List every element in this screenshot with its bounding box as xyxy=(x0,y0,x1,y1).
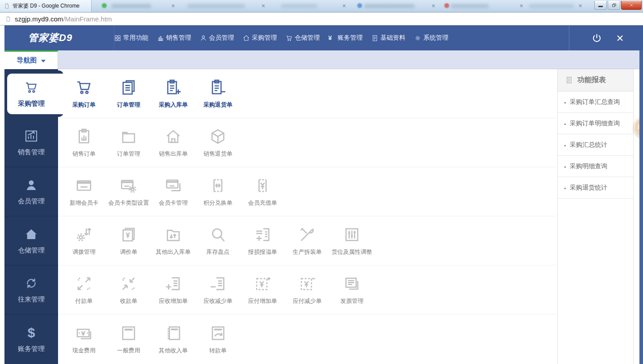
main-nav: 常用功能销售管理会员管理采购管理仓储管理¥账务管理基础资料系统管理 xyxy=(114,34,448,42)
module-item[interactable]: 调价单 xyxy=(106,216,151,265)
module-item[interactable]: 其他出入库单 xyxy=(151,216,196,265)
window-controls xyxy=(593,1,642,10)
sidebar-item[interactable]: 会员管理 xyxy=(4,167,58,216)
doc-icon xyxy=(371,34,379,42)
page-icon xyxy=(4,3,10,9)
nav-item[interactable]: 系统管理 xyxy=(414,34,448,42)
sidebar-item[interactable]: $账务管理 xyxy=(4,314,58,364)
nav-item-label: 账务管理 xyxy=(338,34,363,42)
nav-item-label: 系统管理 xyxy=(423,34,448,42)
module-item[interactable]: 销售订单 xyxy=(62,118,106,167)
restore-button[interactable] xyxy=(608,1,620,10)
module-item[interactable]: 积分兑换单 xyxy=(196,167,240,216)
header-divider xyxy=(114,25,114,50)
folder-arrows-icon xyxy=(164,225,183,244)
header-actions xyxy=(591,25,624,50)
module-row: 新增会员卡会员卡类型设置会员卡管理积分兑换单会员充值单 xyxy=(58,167,556,216)
url-bar[interactable]: szgjp.myd9.com/MainFrame.htm xyxy=(0,12,643,25)
module-item-label: 付款单 xyxy=(75,297,93,305)
nav-item[interactable]: 常用功能 xyxy=(114,34,148,42)
module-item[interactable]: 付款单 xyxy=(62,265,106,314)
module-item-label: 新增会员卡 xyxy=(70,199,99,207)
chart-frame-icon xyxy=(24,128,39,144)
minimize-icon xyxy=(598,6,603,7)
module-item-label: 货位及属性调整 xyxy=(332,248,372,256)
report-item[interactable]: 采购汇总统计 xyxy=(558,134,633,156)
nav-item[interactable]: 采购管理 xyxy=(242,34,277,42)
nav-item[interactable]: ¥账务管理 xyxy=(328,34,363,42)
background-tab-dot-red xyxy=(444,3,449,8)
module-item-label: 销售订单 xyxy=(72,150,96,158)
report-item[interactable]: 采购退货统计 xyxy=(558,177,633,199)
module-item[interactable]: 采购订单 xyxy=(62,69,106,118)
module-item[interactable]: 调拨管理 xyxy=(62,216,106,265)
module-item[interactable]: 其他收入单 xyxy=(151,314,196,364)
module-item[interactable]: 库存盘点 xyxy=(196,216,240,265)
doc-plus-icon xyxy=(164,274,183,293)
grid-icon xyxy=(114,34,121,42)
module-item[interactable]: 现金费用 xyxy=(62,314,106,364)
cards-icon xyxy=(164,176,183,195)
close-button[interactable] xyxy=(621,1,642,10)
cart-icon xyxy=(285,34,293,42)
module-row: 付款单收款单应收增加单应收减少单应付增加单应付减少单发票管理 xyxy=(58,265,556,314)
module-item[interactable]: 采购退货单 xyxy=(196,69,240,118)
module-item[interactable]: 报损报溢单 xyxy=(240,216,285,265)
module-item[interactable]: 订单管理 xyxy=(106,69,151,118)
doc-yen-icon xyxy=(119,225,138,244)
module-item-label: 转款单 xyxy=(209,347,227,355)
module-item[interactable]: 一般费用 xyxy=(106,314,151,364)
doc-minus-icon xyxy=(209,274,227,293)
module-item[interactable]: 会员卡管理 xyxy=(151,167,196,216)
module-item[interactable]: 发票管理 xyxy=(330,265,374,314)
module-item[interactable]: 应收增加单 xyxy=(151,265,196,314)
module-item[interactable]: 订单管理 xyxy=(106,118,151,167)
module-item-label: 现金费用 xyxy=(72,347,96,355)
search-icon xyxy=(209,225,227,244)
sidebar-item[interactable]: 销售管理 xyxy=(4,118,58,167)
module-row: 调拨管理调价单其他出入库单库存盘点报损报溢单生产拆装单货位及属性调整 xyxy=(58,216,556,265)
module-item[interactable]: 销售退货单 xyxy=(196,118,240,167)
module-item[interactable]: 会员卡类型设置 xyxy=(106,167,151,216)
sidebar-item[interactable]: 往来管理 xyxy=(4,265,58,314)
report-item[interactable]: 采购订单明细查询 xyxy=(558,113,633,134)
report-item[interactable]: 采购明细查询 xyxy=(558,156,633,177)
sidebar-item-label: 账务管理 xyxy=(18,345,45,353)
module-item[interactable]: 收款单 xyxy=(106,265,151,314)
yen-text-icon: ¥ xyxy=(328,34,336,42)
report-item[interactable]: 采购订单汇总查询 xyxy=(558,91,633,113)
nav-item[interactable]: 基础资料 xyxy=(371,34,405,42)
person-icon xyxy=(200,34,207,42)
left-sidebar: 采购管理销售管理会员管理仓储管理往来管理$账务管理 xyxy=(4,69,58,364)
header-close-button[interactable] xyxy=(616,34,624,42)
nav-item-label: 采购管理 xyxy=(252,34,277,42)
gear-arrows-icon xyxy=(75,225,93,244)
app-header: 管家婆D9 常用功能销售管理会员管理采购管理仓储管理¥账务管理基础资料系统管理 xyxy=(4,25,643,50)
nav-item[interactable]: 会员管理 xyxy=(200,34,234,42)
tab-navigation-map[interactable]: 导航图 xyxy=(4,50,58,69)
module-item-label: 会员卡类型设置 xyxy=(109,199,149,207)
app-body: 采购管理销售管理会员管理仓储管理往来管理$账务管理 采购订单订单管理采购入库单采… xyxy=(4,69,643,364)
window-title: 管家婆 D9 - Google Chrome xyxy=(13,2,79,10)
power-button[interactable] xyxy=(591,33,602,44)
module-item-label: 积分兑换单 xyxy=(204,199,233,207)
nav-item[interactable]: 销售管理 xyxy=(157,34,191,42)
module-item[interactable]: 会员充值单 xyxy=(240,167,285,216)
module-item[interactable]: 应付减少单 xyxy=(285,265,330,314)
module-item[interactable]: 应收减少单 xyxy=(196,265,240,314)
module-item[interactable]: 销售出库单 xyxy=(151,118,196,167)
sidebar-item[interactable]: 仓储管理 xyxy=(4,216,58,265)
url-text: szgjp.myd9.com/MainFrame.htm xyxy=(15,15,112,23)
nav-item-label: 常用功能 xyxy=(123,34,148,42)
module-item[interactable]: 转款单 xyxy=(196,314,240,364)
nav-item[interactable]: 仓储管理 xyxy=(285,34,320,42)
module-item[interactable]: 生产拆装单 xyxy=(285,216,330,265)
module-item[interactable]: 应付增加单 xyxy=(240,265,285,314)
module-item[interactable]: 采购入库单 xyxy=(151,69,196,118)
refresh-icon xyxy=(24,276,39,291)
sidebar-item-active[interactable]: 采购管理 xyxy=(4,69,58,118)
minimize-button[interactable] xyxy=(594,1,607,10)
module-item[interactable]: 货位及属性调整 xyxy=(330,216,374,265)
background-tab-dot-blue xyxy=(357,3,362,8)
module-item[interactable]: 新增会员卡 xyxy=(62,167,106,216)
